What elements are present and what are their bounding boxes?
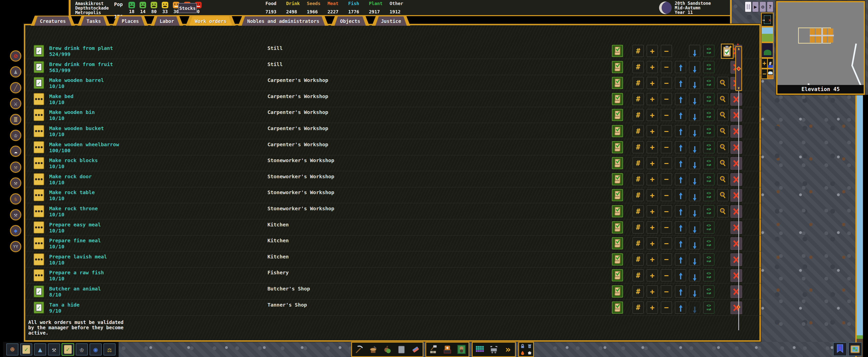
set-quantity-button[interactable]: # [632,125,644,137]
order-details-button[interactable] [612,189,623,201]
move-order-up-button[interactable] [675,93,686,105]
move-order-down-button[interactable] [689,237,700,249]
move-order-up-button[interactable] [675,301,686,314]
order-conditions-button[interactable]: <> =≠ [703,237,714,249]
move-order-down-button[interactable] [689,125,700,137]
sidebar-sheathed-weapon-button[interactable]: ╱ [10,82,21,93]
increase-quantity-button[interactable]: + [647,109,658,121]
order-conditions-button[interactable]: <> =≠ [703,77,714,89]
increase-quantity-button[interactable]: + [647,77,658,89]
decrease-quantity-button[interactable]: − [661,269,672,281]
remove-order-button[interactable] [731,109,742,122]
order-status-checkbox[interactable]: ✓ [34,157,44,169]
order-details-button[interactable] [612,173,623,185]
sidebar-records-scroll-button[interactable]: ≣ [10,114,21,125]
set-quantity-button[interactable]: # [632,157,644,169]
move-order-down-button[interactable] [689,61,700,73]
toolbar-justice-button[interactable]: ⚖ [103,344,116,356]
toolbar-objects-button[interactable]: ◉ [90,344,102,356]
sidebar-military-button[interactable]: ⚔ [10,98,21,109]
increase-quantity-button[interactable]: + [647,45,658,57]
move-order-up-button[interactable] [675,125,686,137]
play-button[interactable]: ▶ [752,1,759,12]
remove-order-button[interactable] [731,125,742,138]
scrollbar-track[interactable] [738,72,739,330]
order-conditions-button[interactable]: <> =≠ [703,253,714,265]
move-order-down-button[interactable] [689,205,700,217]
more-options-button[interactable]: » [501,343,515,356]
smooth-stone-button[interactable] [394,343,408,356]
build-structure-button[interactable] [426,343,440,356]
order-details-button[interactable] [612,61,623,73]
set-quantity-button[interactable]: # [632,93,644,105]
decrease-quantity-button[interactable]: − [661,157,672,169]
remove-order-button[interactable] [731,205,742,218]
sidebar-trade-gem-button[interactable]: ◆ [10,225,21,236]
order-conditions-button[interactable]: <> =≠ [703,61,714,73]
toolbar-citizens-button[interactable]: ☻ [6,344,19,356]
settings-button[interactable]: ⚙ [760,1,766,12]
order-conditions-button[interactable]: <> =≠ [703,221,714,233]
order-status-checkbox[interactable]: ✓ [34,109,44,121]
tab-objects[interactable]: Objects [331,15,369,26]
move-order-up-button[interactable] [675,237,686,249]
new-work-order-button[interactable] [721,44,734,59]
set-quantity-button[interactable]: # [632,221,644,233]
remove-order-button[interactable] [731,253,742,266]
sidebar-mining-pick-button[interactable]: ⚒ [10,177,21,189]
stocks-button[interactable]: Stocks [178,3,197,13]
decrease-quantity-button[interactable]: − [661,205,672,217]
gather-plants-button[interactable] [380,343,394,356]
order-details-button[interactable] [612,125,623,137]
move-order-up-button[interactable] [675,109,686,121]
tab-tasks[interactable]: Tasks [78,15,110,26]
order-conditions-button[interactable]: <> =≠ [703,285,714,297]
order-conditions-button[interactable]: <> =≠ [703,125,714,137]
increase-quantity-button[interactable]: + [647,189,658,201]
workshop-profile-button[interactable] [717,189,728,201]
decrease-quantity-button[interactable]: − [661,237,672,249]
order-conditions-button[interactable]: <> =≠ [703,93,714,105]
order-conditions-button[interactable]: <> =≠ [703,301,714,314]
increase-quantity-button[interactable]: + [647,269,658,281]
increase-quantity-button[interactable]: + [647,125,658,137]
zlevel-up-row[interactable]: + # [761,58,774,69]
order-details-button[interactable] [612,45,623,57]
increase-quantity-button[interactable]: + [647,221,658,233]
remove-order-button[interactable] [731,189,742,202]
move-order-up-button[interactable] [675,205,686,217]
order-status-checkbox[interactable]: ✓ [34,237,44,249]
stockpiles-button[interactable] [473,343,487,356]
move-order-up-button[interactable] [675,285,686,297]
order-details-button[interactable] [612,157,623,169]
increase-quantity-button[interactable]: + [647,157,658,169]
tab-work-orders[interactable]: Work orders [186,15,236,26]
set-quantity-button[interactable]: # [632,253,644,265]
set-quantity-button[interactable]: # [632,141,644,153]
order-status-checkbox[interactable]: ✓ [34,221,44,233]
move-order-down-button[interactable] [689,109,700,121]
increase-quantity-button[interactable]: + [647,93,658,105]
sidebar-livestock-button[interactable]: ♞ [10,193,21,204]
order-status-checkbox[interactable]: ✓ [34,125,44,137]
set-quantity-button[interactable]: # [632,301,644,314]
workshop-profile-button[interactable] [717,141,728,153]
fire-marker-button[interactable] [519,350,526,356]
move-order-down-button[interactable] [689,77,700,89]
order-status-checkbox[interactable]: ✓ [34,285,44,297]
sidebar-battle-axe-button[interactable]: ⚒ [10,162,21,173]
world-map-button[interactable] [848,343,862,356]
move-order-up-button[interactable] [675,253,686,265]
zlevel-down-row[interactable]: − [761,69,774,79]
increase-quantity-button[interactable]: + [647,253,658,265]
move-order-up-button[interactable] [675,157,686,169]
help-button[interactable]: ? [767,1,773,12]
order-details-button[interactable] [612,221,623,233]
set-quantity-button[interactable]: # [632,285,644,297]
decrease-quantity-button[interactable]: − [661,173,672,185]
increase-quantity-button[interactable]: + [647,285,658,297]
set-quantity-button[interactable]: # [632,205,644,217]
set-quantity-button[interactable]: # [632,61,644,73]
set-quantity-button[interactable]: # [632,189,644,201]
workshop-profile-button[interactable] [717,77,728,89]
